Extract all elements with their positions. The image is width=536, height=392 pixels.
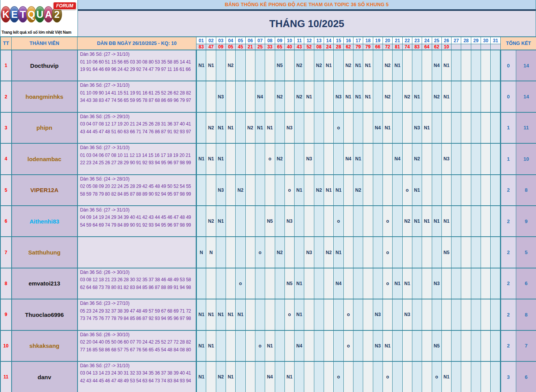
day-cell [363,268,373,299]
day-cell [324,81,334,112]
day-cell: N1 [393,268,402,299]
total-hit: 7 [516,330,536,361]
day-cell [393,237,402,268]
total-hit: 5 [516,237,536,268]
stats-page: KETQUA2 FORUM Trang kết quả xổ số lớn nh… [0,0,536,392]
col-header-total: TỔNG KẾT [500,37,536,50]
day-cell: N3 [304,143,314,174]
day-result: 72 [383,44,392,50]
day-cell [412,330,422,361]
day-cell [314,330,324,361]
day-cell: o [255,237,265,268]
day-cell: N3 [216,81,226,112]
day-cell: o [383,268,392,299]
day-cell [491,206,500,237]
day-result [491,44,500,50]
day-cell [314,206,324,237]
day-cell [461,237,471,268]
day-cell [393,361,402,392]
day-cell [245,175,255,206]
day-cell: N1 [216,206,226,237]
day-result: 47 [206,44,216,50]
day-cell [206,81,216,112]
day-cell: N5 [441,237,451,268]
day-cell [393,330,402,361]
day-cell [402,50,412,81]
total-miss: 2 [500,330,516,361]
day-cell [324,268,334,299]
day-cell: N1 [324,50,334,81]
day-result [471,44,481,50]
day-cell [196,81,206,112]
day-cell [343,112,353,143]
member-row: 6Aithenhi83Dàn 36 Số: (27 -> 31/10)04 09… [1,206,536,237]
day-cell [422,143,432,174]
page-header: KETQUA2 FORUM Trang kết quả xổ số lớn nh… [0,0,536,37]
day-cell: N2 [275,237,284,268]
day-cell [236,206,245,237]
day-cell [491,112,500,143]
day-result: 62 [343,44,353,50]
day-cell: N1 [206,143,216,174]
member-row: 8emvatoi213Dàn 36 Số: (26 -> 30/10)03 08… [1,268,536,299]
day-header: 05 [236,37,245,44]
total-miss: 2 [500,206,516,237]
member-name: lodenambac [12,143,78,174]
day-cell [353,206,363,237]
day-cell [245,50,255,81]
forum-badge: FORUM [53,2,76,10]
day-cell [363,175,373,206]
member-name: shkaksang [12,330,78,361]
member-name: Docthuvip [12,50,78,81]
day-cell [343,361,353,392]
dan-range: Dàn 36 Số: (23 -> 27/10) [80,300,195,308]
day-header: 23 [412,37,422,44]
member-row: 1DocthuvipDàn 36 Số: (27 -> 31/10)01 10 … [1,50,536,81]
day-cell [226,237,235,268]
member-row: 9Thuoclao6996Dàn 36 Số: (23 -> 27/10)05 … [1,299,536,330]
day-cell [461,330,471,361]
day-cell: N1 [353,50,363,81]
col-header-member: THÀNH VIÊN [12,37,78,50]
day-header: 16 [343,37,353,44]
day-cell: N1 [226,299,235,330]
member-name: Satthuhung [12,237,78,268]
day-cell: N1 [196,361,206,392]
day-cell: N2 [206,112,216,143]
day-cell [491,143,500,174]
day-result: 83 [196,44,206,50]
day-header: 07 [255,37,265,44]
row-number: 8 [1,268,12,299]
day-cell: N1 [441,81,451,112]
day-cell: N1 [226,112,235,143]
day-result: 28 [334,44,343,50]
day-cell [265,50,275,81]
total-miss: 2 [500,268,516,299]
day-cell: N1 [265,112,275,143]
day-cell [471,50,481,81]
day-cell [481,237,491,268]
dan-cell: Dàn 36 Số: (25 -> 29/10)03 04 07 08 12 1… [78,112,196,143]
total-hit: 6 [516,361,536,392]
total-miss: 2 [500,175,516,206]
day-cell: N4 [334,268,343,299]
dan-cell: Dàn 36 Số: (27 -> 31/10)03 04 13 14 23 2… [78,361,196,392]
day-cell: N2 [275,143,284,174]
day-cell [206,361,216,392]
day-cell: o [236,268,245,299]
day-cell [324,112,334,143]
day-cell [491,330,500,361]
site-logo[interactable]: KETQUA2 FORUM Trang kết quả xổ số lớn nh… [0,0,78,37]
dan-cell: Dàn 36 Số: (27 -> 31/10)01 10 06 60 51 1… [78,50,196,81]
total-miss: 3 [500,361,516,392]
member-row: 3phipnDàn 36 Số: (25 -> 29/10)03 04 07 0… [1,112,536,143]
day-cell [353,330,363,361]
day-cell [452,299,461,330]
day-cell: N4 [295,330,304,361]
day-cell: N1 [324,175,334,206]
day-cell [304,330,314,361]
day-cell: N1 [363,50,373,81]
day-cell: N2 [236,175,245,206]
day-cell [255,175,265,206]
total-hit: 8 [516,299,536,330]
